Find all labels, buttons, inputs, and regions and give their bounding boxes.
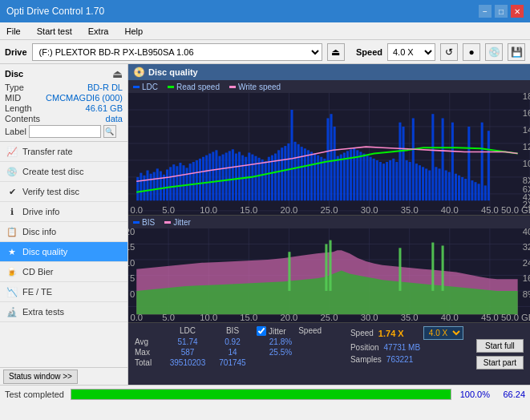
close-button[interactable]: ✕ <box>511 5 524 18</box>
speed-select[interactable]: 4.0 X <box>387 43 435 61</box>
mid-value: CMCMAGDI6 (000) <box>46 93 123 103</box>
start-part-button[interactable]: Start part <box>476 356 524 370</box>
svg-rect-100 <box>317 155 319 201</box>
svg-rect-124 <box>395 162 398 200</box>
speed-label: Speed <box>356 47 382 57</box>
menu-file[interactable]: File <box>3 26 24 37</box>
refresh-button[interactable]: ↺ <box>440 43 458 61</box>
total-label: Total <box>135 358 160 367</box>
sidebar-item-disc-quality[interactable]: ★ Disc quality <box>0 242 127 262</box>
svg-rect-47 <box>143 176 145 200</box>
svg-text:20: 20 <box>128 228 135 236</box>
svg-rect-58 <box>179 163 181 200</box>
speed-header: Speed <box>293 326 328 336</box>
svg-rect-98 <box>310 151 313 200</box>
legend-bis: BIS <box>133 218 155 227</box>
svg-rect-120 <box>382 164 385 200</box>
sidebar-item-create-test-disc[interactable]: 💿 Create test disc <box>0 162 127 182</box>
svg-rect-146 <box>467 127 470 200</box>
sidebar-item-verify-test-disc[interactable]: ✔ Verify test disc <box>0 182 127 202</box>
disc-info-icon: 📋 <box>6 226 18 237</box>
mid-label: MID <box>5 93 21 103</box>
svg-rect-85 <box>268 157 270 201</box>
svg-rect-121 <box>386 162 388 200</box>
svg-text:8%: 8% <box>523 289 530 299</box>
svg-text:14X: 14X <box>523 125 530 135</box>
record-button[interactable]: ● <box>463 43 480 61</box>
drive-label: Drive <box>5 47 27 57</box>
svg-rect-191 <box>288 252 290 291</box>
samples-value: 763221 <box>386 355 413 364</box>
svg-rect-105 <box>334 127 336 200</box>
svg-text:18X: 18X <box>523 93 530 101</box>
sidebar-item-drive-info[interactable]: ℹ Drive info <box>0 202 127 222</box>
sidebar-item-fe-te[interactable]: 📉 FE / TE <box>0 282 127 302</box>
sidebar-item-cd-bier[interactable]: 🍺 CD Bier <box>0 262 127 282</box>
avg-label: Avg <box>135 337 160 346</box>
position-label: Position <box>350 343 379 352</box>
svg-text:15.0: 15.0 <box>240 205 257 215</box>
cd-bier-label: CD Bier <box>22 267 54 277</box>
svg-rect-68 <box>212 151 214 200</box>
svg-rect-126 <box>402 127 404 200</box>
jitter-checkbox[interactable] <box>257 326 266 336</box>
svg-text:5: 5 <box>130 274 135 284</box>
svg-rect-88 <box>277 150 280 200</box>
extra-tests-icon: 🔬 <box>6 306 18 317</box>
fe-te-icon: 📉 <box>6 286 18 297</box>
menu-extra[interactable]: Extra <box>85 26 112 37</box>
disc-quality-label: Disc quality <box>22 247 67 256</box>
svg-text:0.0: 0.0 <box>130 205 143 215</box>
drive-select[interactable]: (F:) PLEXTOR BD-R PX-LB950SA 1.06 <box>32 43 322 61</box>
svg-rect-107 <box>340 155 342 201</box>
svg-rect-65 <box>202 157 204 201</box>
start-full-button[interactable]: Start full <box>476 339 524 353</box>
menu-help[interactable]: Help <box>121 26 146 37</box>
svg-rect-193 <box>330 240 332 291</box>
stats-panel: LDC BIS Jitter Speed Avg 51.74 0.92 21.8… <box>128 322 530 385</box>
drive-info-icon: ℹ <box>6 206 18 217</box>
svg-rect-59 <box>182 165 184 200</box>
verify-test-disc-icon: ✔ <box>6 186 18 197</box>
svg-text:40%: 40% <box>523 228 530 236</box>
disc-panel-title: Disc <box>5 69 23 79</box>
disc-button[interactable]: 💿 <box>485 43 503 61</box>
save-button[interactable]: 💾 <box>508 43 525 61</box>
svg-text:0: 0 <box>130 289 135 299</box>
svg-rect-75 <box>235 154 237 201</box>
svg-rect-51 <box>156 168 159 200</box>
menu-start-test[interactable]: Start test <box>34 26 75 37</box>
maximize-button[interactable]: □ <box>495 5 508 18</box>
eject-button[interactable]: ⏏ <box>327 43 345 61</box>
svg-text:15: 15 <box>128 243 135 252</box>
label-edit-button[interactable]: 🔍 <box>103 125 116 138</box>
speed-dropdown[interactable]: 4.0 X <box>423 326 463 340</box>
svg-rect-94 <box>297 144 300 200</box>
status-window-button[interactable]: Status window >> <box>3 370 78 384</box>
svg-rect-111 <box>353 147 355 200</box>
sidebar-item-extra-tests[interactable]: 🔬 Extra tests <box>0 302 127 322</box>
type-label: Type <box>5 83 24 92</box>
label-input[interactable] <box>29 125 101 138</box>
max-label: Max <box>135 348 160 357</box>
svg-rect-73 <box>229 151 231 200</box>
svg-rect-97 <box>307 150 310 200</box>
app-title: Opti Drive Control 1.70 <box>6 6 104 17</box>
svg-rect-74 <box>232 149 234 200</box>
sidebar-item-disc-info[interactable]: 📋 Disc info <box>0 222 127 242</box>
sidebar-item-transfer-rate[interactable]: 📈 Transfer rate <box>0 142 127 162</box>
svg-rect-138 <box>442 118 444 200</box>
svg-rect-122 <box>389 160 391 200</box>
minimize-button[interactable]: − <box>479 5 492 18</box>
svg-rect-125 <box>399 123 401 201</box>
drive-bar: Drive (F:) PLEXTOR BD-R PX-LB950SA 1.06 … <box>0 40 530 64</box>
svg-rect-55 <box>169 167 172 200</box>
svg-rect-91 <box>287 143 289 200</box>
avg-jitter: 21.8% <box>257 337 305 346</box>
svg-rect-61 <box>189 164 192 200</box>
svg-rect-135 <box>431 114 434 200</box>
svg-rect-195 <box>431 243 434 291</box>
bottom-status-bar: Test completed 100.0% 66.24 <box>0 385 530 402</box>
disc-eject-icon[interactable]: ⏏ <box>112 67 123 80</box>
svg-rect-72 <box>225 152 228 200</box>
